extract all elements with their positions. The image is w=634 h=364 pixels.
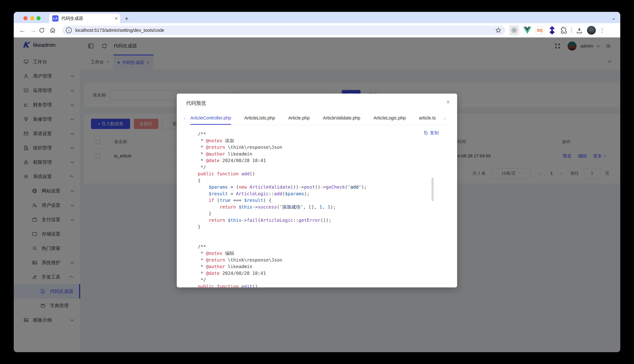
code-line: * @date 2024/08/28 18:41 xyxy=(198,157,367,164)
copy-label: 复制 xyxy=(430,130,439,136)
code-line: * @author likeadmin xyxy=(198,151,367,157)
code-line xyxy=(198,237,367,244)
modal-tab-ArticleValidate.php[interactable]: ArticleValidate.php xyxy=(323,112,360,125)
url-bar[interactable]: i localhost:5173/admin/setting/dev_tools… xyxy=(62,26,505,35)
tab-title: 代码生成器 xyxy=(61,16,115,21)
code-line: return $this->fail(ArticleLogic::getErro… xyxy=(198,217,367,224)
vue-devtools-icon[interactable] xyxy=(523,27,531,34)
tab-close-icon[interactable]: × xyxy=(115,16,118,21)
code-line: /** xyxy=(198,244,367,250)
modal-tab-ArticleController.php[interactable]: ArticleController.php xyxy=(190,112,231,125)
screen: LA 代码生成器 × + ⌄ ← → i localhost:5173/admi… xyxy=(0,0,634,364)
browser-tabstrip: LA 代码生成器 × + ⌄ xyxy=(14,12,620,23)
downloads-icon[interactable] xyxy=(576,27,583,34)
diamond-extension-icon[interactable] xyxy=(548,26,556,34)
code-line: * @notes 编辑 xyxy=(198,250,367,257)
code-line: } xyxy=(198,210,367,217)
code-line: * @return \think\response\Json xyxy=(198,144,367,151)
modal-tab-ArticleLogic.php[interactable]: ArticleLogic.php xyxy=(374,112,406,125)
maximize-window-button[interactable] xyxy=(36,16,40,20)
code-line: } xyxy=(198,224,367,230)
code-line: $params = (new ArticleValidate())->post(… xyxy=(198,184,367,190)
code-scrollbar-thumb[interactable] xyxy=(432,178,434,201)
toolbar-divider xyxy=(571,27,572,33)
browser-window: LA 代码生成器 × + ⌄ ← → i localhost:5173/admi… xyxy=(14,12,620,352)
react-devtools-icon[interactable] xyxy=(509,25,519,35)
reload-button[interactable] xyxy=(39,27,50,33)
code-line: $result = ArticleLogic::add($params); xyxy=(198,190,367,197)
code-line: return $this->success('添加成功', [], 1, 1); xyxy=(198,204,367,210)
code-block[interactable]: /** * @notes 添加 * @return \think\respons… xyxy=(198,131,367,288)
code-line xyxy=(198,230,367,237)
code-line: * @return \think\response\Json xyxy=(198,257,367,264)
modal-close-icon[interactable]: × xyxy=(446,98,450,106)
browser-menu-kebab-icon[interactable]: ⋮ xyxy=(597,27,608,33)
extensions-puzzle-icon[interactable] xyxy=(560,27,567,34)
modal-tab-Article.php[interactable]: Article.php xyxy=(288,112,310,125)
url-text[interactable]: localhost:5173/admin/setting/dev_tools/c… xyxy=(75,28,495,33)
browser-profile-avatar[interactable] xyxy=(587,26,596,34)
browser-tab[interactable]: LA 代码生成器 × xyxy=(49,14,120,23)
code-line: */ xyxy=(198,164,367,170)
home-button[interactable] xyxy=(50,27,60,33)
tabs-prev-arrow-icon[interactable]: ‹ xyxy=(184,112,190,125)
modal-tab-article.ts[interactable]: article.ts xyxy=(419,112,436,125)
back-button[interactable]: ← xyxy=(17,27,28,34)
code-line: public function add() xyxy=(198,170,367,177)
copy-button[interactable]: 复制 xyxy=(424,130,439,136)
code-line: * @date 2024/08/28 18:41 xyxy=(198,270,367,277)
code-line: * @author likeadmin xyxy=(198,263,367,270)
tabs-next-arrow-icon[interactable]: › xyxy=(444,112,450,125)
modal-tabs: ArticleController.phpArticleLists.phpArt… xyxy=(190,112,436,125)
modal-tabs-bar: ‹ ArticleController.phpArticleLists.phpA… xyxy=(184,112,450,125)
code-line: public function edit() xyxy=(198,283,367,288)
modal-tab-ArticleLists.php[interactable]: ArticleLists.php xyxy=(244,112,275,125)
code-line: */ xyxy=(198,276,367,283)
bookmark-star-icon[interactable] xyxy=(495,27,502,33)
favicon: LA xyxy=(52,15,58,22)
code-line: * @notes 添加 xyxy=(198,138,367,144)
copy-icon xyxy=(424,130,428,135)
close-window-button[interactable] xyxy=(24,16,28,20)
site-info-icon[interactable]: i xyxy=(66,27,72,33)
modal-title: 代码预览 xyxy=(186,100,206,107)
code-line: { xyxy=(198,177,367,184)
browser-toolbar: ← → i localhost:5173/admin/setting/dev_t… xyxy=(14,23,620,38)
forward-button[interactable]: → xyxy=(28,27,39,34)
tab-search-chevron-icon[interactable]: ⌄ xyxy=(612,15,616,21)
minimize-window-button[interactable] xyxy=(30,16,34,20)
code-line: /** xyxy=(198,131,367,138)
sq-extension-icon[interactable]: SQ xyxy=(536,26,544,34)
code-line: if (true === $result) { xyxy=(198,197,367,204)
code-preview-modal: 代码预览 × ‹ ArticleController.phpArticleLis… xyxy=(177,94,457,288)
new-tab-button[interactable]: + xyxy=(125,15,129,22)
